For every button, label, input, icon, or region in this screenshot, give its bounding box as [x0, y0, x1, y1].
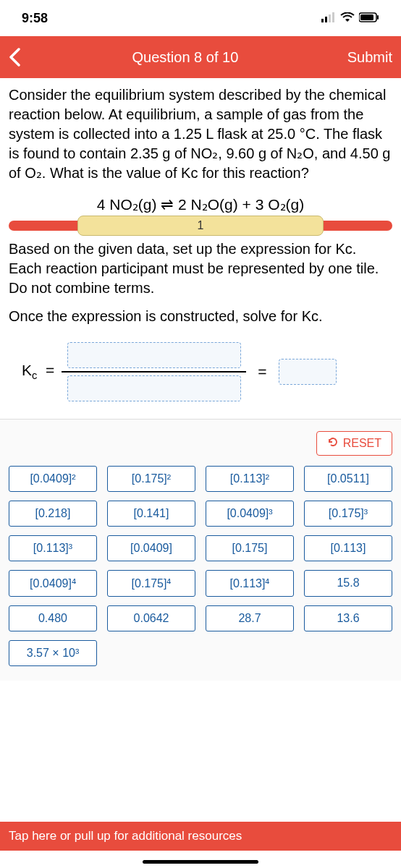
step-progress: 1 — [0, 221, 401, 231]
tile[interactable]: [0.218] — [9, 501, 97, 527]
status-time: 9:58 — [22, 11, 48, 26]
tile[interactable]: [0.141] — [107, 501, 195, 527]
fraction-line — [62, 371, 246, 373]
tile[interactable]: [0.175]³ — [304, 501, 392, 527]
tile-area: RESET [0.0409]² [0.175]² [0.113]² [0.051… — [0, 419, 401, 681]
home-indicator[interactable] — [143, 860, 258, 864]
tile[interactable]: 15.8 — [304, 570, 392, 597]
wifi-icon — [340, 11, 355, 26]
tile[interactable]: [0.175]² — [107, 466, 195, 492]
back-button[interactable] — [9, 48, 38, 67]
tile[interactable]: [0.0409]³ — [206, 501, 294, 527]
instruction-2: Once the expression is constructed, solv… — [0, 307, 401, 335]
equals-sign: = — [253, 363, 271, 380]
svg-rect-0 — [321, 19, 324, 22]
tiles-grid: [0.0409]² [0.175]² [0.113]² [0.0511] [0.… — [9, 466, 392, 666]
svg-rect-5 — [360, 14, 373, 20]
tile[interactable]: [0.113]³ — [9, 535, 97, 561]
resources-bar[interactable]: Tap here or pull up for additional resou… — [0, 822, 401, 851]
progress-track: 1 — [9, 221, 392, 231]
instruction-1: Based on the given data, set up the expr… — [0, 239, 401, 307]
svg-rect-6 — [377, 15, 379, 20]
tile[interactable]: [0.113] — [304, 535, 392, 561]
tile[interactable]: 0.480 — [9, 605, 97, 631]
reset-icon — [327, 436, 339, 451]
denominator-drop[interactable] — [67, 375, 241, 401]
reset-button[interactable]: RESET — [316, 431, 392, 456]
status-bar: 9:58 — [0, 0, 401, 36]
tile[interactable]: [0.0409]⁴ — [9, 570, 97, 597]
tile[interactable]: 28.7 — [206, 605, 294, 631]
submit-button[interactable]: Submit — [347, 49, 392, 66]
tile[interactable]: 3.57 × 10³ — [9, 640, 97, 666]
tile[interactable]: [0.0511] — [304, 466, 392, 492]
tile[interactable]: 13.6 — [304, 605, 392, 631]
svg-rect-1 — [325, 17, 327, 22]
signal-icon — [321, 11, 336, 26]
fraction — [62, 342, 246, 401]
numerator-drop[interactable] — [67, 342, 241, 368]
status-icons — [321, 11, 379, 26]
result-drop[interactable] — [279, 359, 337, 385]
reaction-equation: 4 NO₂(g) ⇌ 2 N₂O(g) + 3 O₂(g) — [0, 196, 401, 213]
tile[interactable]: [0.0409] — [107, 535, 195, 561]
tile[interactable]: 0.0642 — [107, 605, 195, 631]
tile[interactable]: [0.113]² — [206, 466, 294, 492]
tile[interactable]: [0.0409]² — [9, 466, 97, 492]
nav-bar: Question 8 of 10 Submit — [0, 36, 401, 78]
nav-title: Question 8 of 10 — [38, 49, 347, 66]
tile[interactable]: [0.175]⁴ — [107, 570, 195, 597]
tile[interactable]: [0.113]⁴ — [206, 570, 294, 597]
question-prompt: Consider the equilibrium system describe… — [0, 78, 401, 190]
tile[interactable]: [0.175] — [206, 535, 294, 561]
battery-icon — [359, 11, 379, 26]
kc-expression: Kc = = — [0, 335, 401, 419]
svg-rect-3 — [332, 12, 334, 22]
step-indicator[interactable]: 1 — [77, 216, 323, 236]
svg-rect-2 — [329, 14, 331, 22]
kc-label: Kc = — [22, 362, 54, 381]
reset-label: RESET — [343, 437, 381, 450]
